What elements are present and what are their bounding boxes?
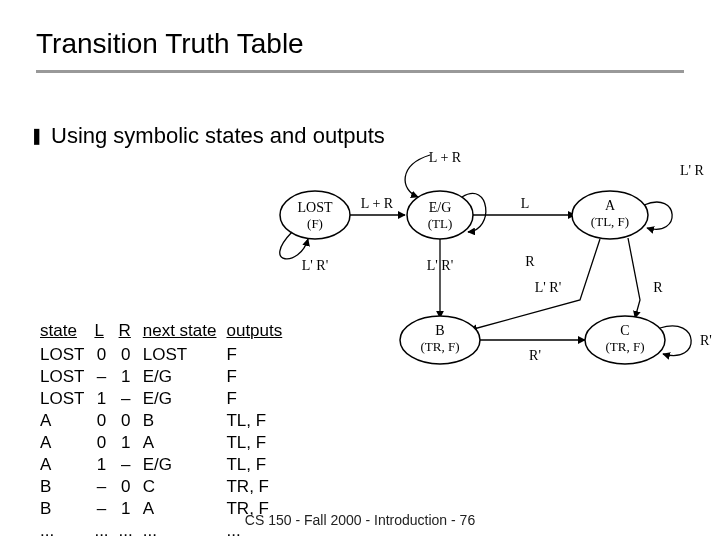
table-cell: 1 <box>119 432 143 454</box>
table-cell: – <box>119 454 143 476</box>
edge-c-self: R' <box>700 333 712 348</box>
table-cell: 0 <box>94 432 118 454</box>
table-cell: 0 <box>119 344 143 366</box>
table-cell: 1 <box>119 366 143 388</box>
table-cell: TL, F <box>226 410 292 432</box>
table-cell: E/G <box>143 454 227 476</box>
bullet-text: Using symbolic states and outputs <box>51 122 385 150</box>
footer: CS 150 - Fall 2000 - Introduction - 76 <box>0 512 720 528</box>
table-row: LOST1–E/GF <box>40 388 292 410</box>
state-a-line1: A <box>605 198 616 213</box>
table-row: A1–E/GTL, F <box>40 454 292 476</box>
table-row: LOST–1E/GF <box>40 366 292 388</box>
state-lost-line1: LOST <box>298 200 333 215</box>
table-cell: A <box>40 410 94 432</box>
table-cell: 0 <box>94 344 118 366</box>
th-next: next state <box>143 320 227 344</box>
edge-c-a-R: R <box>653 280 663 295</box>
table-cell: – <box>94 476 118 498</box>
page-title: Transition Truth Table <box>36 28 304 60</box>
table-cell: 0 <box>119 476 143 498</box>
bullet: ❚ Using symbolic states and outputs <box>30 122 385 150</box>
table-cell: 1 <box>94 454 118 476</box>
edge-eg-lrr: L' R' <box>427 258 453 273</box>
svg-point-1 <box>407 191 473 239</box>
table-cell: F <box>226 366 292 388</box>
svg-point-0 <box>280 191 350 239</box>
edge-b-from-a-R: R <box>525 254 535 269</box>
state-a-line2: (TL, F) <box>591 214 629 229</box>
table-cell: E/G <box>143 388 227 410</box>
state-c-line2: (TR, F) <box>606 339 645 354</box>
svg-point-3 <box>400 316 480 364</box>
table-cell: 0 <box>119 410 143 432</box>
edge-a-self: L' R <box>680 163 705 178</box>
title-underline <box>36 70 684 73</box>
edge-a-b-lrr: L' R' <box>535 280 561 295</box>
table-row: A01ATL, F <box>40 432 292 454</box>
table-cell: – <box>119 388 143 410</box>
table-cell: LOST <box>40 388 94 410</box>
table-cell: TL, F <box>226 432 292 454</box>
edge-eg-top: L + R <box>429 150 462 165</box>
bullet-marker: ❚ <box>30 122 43 150</box>
table-row: LOST00LOSTF <box>40 344 292 366</box>
table-row: A00BTL, F <box>40 410 292 432</box>
state-eg-line2: (TL) <box>428 216 453 231</box>
table-cell: 1 <box>94 388 118 410</box>
state-lost-line2: (F) <box>307 216 323 231</box>
th-R: R <box>119 320 143 344</box>
table-cell: E/G <box>143 366 227 388</box>
table-row: B–0CTR, F <box>40 476 292 498</box>
table-cell: F <box>226 388 292 410</box>
state-c-line1: C <box>620 323 629 338</box>
svg-point-2 <box>572 191 648 239</box>
table-cell: TR, F <box>226 476 292 498</box>
table-header-row: state L R next state outputs <box>40 320 292 344</box>
state-eg-line1: E/G <box>429 200 452 215</box>
table-cell: A <box>143 432 227 454</box>
table-cell: TL, F <box>226 454 292 476</box>
edge-b-c: R' <box>529 348 541 363</box>
table-cell: LOST <box>40 344 94 366</box>
state-b-line2: (TR, F) <box>421 339 460 354</box>
edge-lost-lrr: L' R' <box>302 258 328 273</box>
table-cell: B <box>40 476 94 498</box>
edge-eg-a: L <box>521 196 530 211</box>
table-cell: 0 <box>94 410 118 432</box>
table-cell: F <box>226 344 292 366</box>
th-out: outputs <box>226 320 292 344</box>
th-L: L <box>94 320 118 344</box>
th-state: state <box>40 320 94 344</box>
table-cell: A <box>40 454 94 476</box>
svg-point-4 <box>585 316 665 364</box>
table-cell: A <box>40 432 94 454</box>
table-cell: C <box>143 476 227 498</box>
state-b-line1: B <box>435 323 444 338</box>
table-cell: B <box>143 410 227 432</box>
table-cell: LOST <box>40 366 94 388</box>
edge-lost-eg: L + R <box>361 196 394 211</box>
table-cell: LOST <box>143 344 227 366</box>
table-cell: – <box>94 366 118 388</box>
truth-table: state L R next state outputs LOST00LOSTF… <box>40 320 292 540</box>
